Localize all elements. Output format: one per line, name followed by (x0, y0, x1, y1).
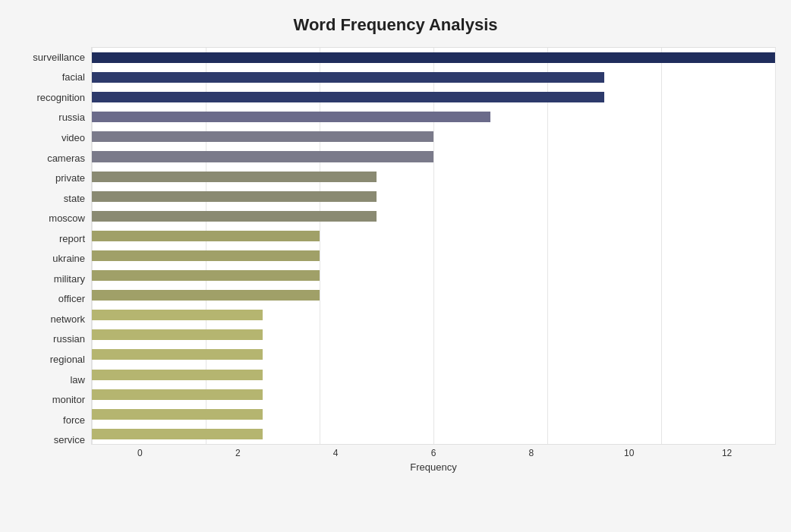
bar-row (92, 424, 775, 444)
y-label: monitor (52, 395, 85, 405)
bar-row (92, 48, 775, 68)
bar (92, 112, 490, 122)
y-label: cameras (47, 153, 85, 163)
bar-row (92, 87, 775, 107)
bar (92, 151, 433, 162)
x-tick: 12 (678, 448, 776, 458)
y-label: force (63, 415, 85, 425)
y-label: moscow (49, 213, 85, 223)
y-label: video (61, 133, 85, 143)
y-label: surveillance (33, 52, 85, 62)
bar (92, 349, 263, 360)
x-axis-label: Frequency (91, 461, 776, 473)
bar-row (92, 206, 775, 226)
bars-and-x: 024681012 Frequency (91, 47, 776, 473)
bar-row (92, 385, 775, 405)
x-tick: 0 (91, 448, 189, 458)
bar (92, 270, 320, 281)
bar-row (92, 226, 775, 246)
bar (92, 310, 263, 320)
y-label: russian (53, 334, 85, 344)
y-label: regional (50, 354, 85, 364)
bar-row (92, 266, 775, 285)
bar-row (92, 305, 775, 325)
bar (92, 172, 377, 182)
bar-row (92, 405, 775, 424)
bar (92, 92, 604, 102)
grid-line (775, 48, 776, 444)
bar (92, 72, 604, 83)
chart-container: Word Frequency Analysis surveillancefaci… (0, 0, 791, 532)
bar (92, 211, 377, 222)
y-label: report (59, 234, 85, 244)
bar-row (92, 107, 775, 127)
y-label: ukraine (52, 253, 85, 263)
chart-area: surveillancefacialrecognitionrussiavideo… (15, 47, 776, 473)
y-label: law (70, 375, 85, 385)
bar-row (92, 127, 775, 146)
y-label: russia (58, 112, 85, 122)
y-label: military (54, 274, 85, 284)
bar (92, 370, 263, 380)
bar (92, 389, 263, 400)
bar-row (92, 325, 775, 345)
y-label: network (50, 314, 85, 324)
x-tick: 6 (385, 448, 483, 458)
y-label: state (64, 194, 85, 203)
y-labels: surveillancefacialrecognitionrussiavideo… (15, 47, 91, 473)
y-label: private (55, 173, 85, 183)
y-label: officer (58, 294, 85, 304)
bars-section (91, 47, 776, 445)
bar-row (92, 68, 775, 87)
chart-title: Word Frequency Analysis (15, 15, 776, 35)
x-tick: 4 (287, 448, 385, 458)
bar (92, 191, 377, 202)
bar-row (92, 285, 775, 305)
bar (92, 429, 263, 439)
x-tick: 2 (189, 448, 287, 458)
bar (92, 231, 320, 241)
x-tick: 10 (580, 448, 678, 458)
bar-row (92, 167, 775, 187)
bar-row (92, 345, 775, 364)
bar (92, 250, 320, 261)
bar-row (92, 365, 775, 385)
bar (92, 329, 263, 340)
bar-row (92, 146, 775, 166)
x-tick: 8 (482, 448, 580, 458)
bar-row (92, 187, 775, 206)
bar (92, 290, 320, 301)
bar (92, 52, 775, 63)
bar (92, 409, 263, 420)
y-label: facial (62, 72, 85, 82)
bar (92, 131, 433, 142)
y-label: recognition (36, 93, 85, 102)
y-label: service (54, 435, 85, 445)
x-axis: 024681012 (91, 445, 776, 458)
bar-row (92, 246, 775, 266)
